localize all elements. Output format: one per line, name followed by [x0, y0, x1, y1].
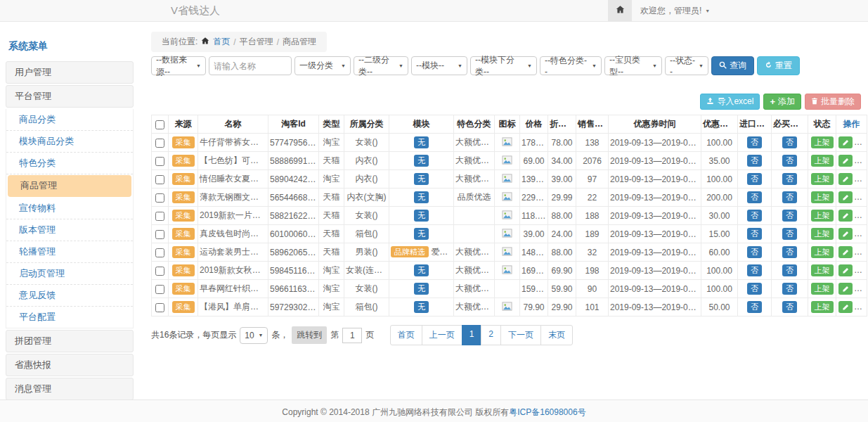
row-checkbox[interactable] — [155, 157, 164, 166]
chevron-down-icon: ▼ — [258, 333, 263, 338]
pager-next[interactable]: 下一页 — [500, 325, 541, 345]
status-cell: 上架 — [808, 207, 836, 225]
pager-first[interactable]: 首页 — [390, 325, 422, 345]
sidebar-subitem-3[interactable]: 模块商品分类 — [6, 131, 133, 153]
column-header-16: 操作 — [836, 115, 867, 134]
edit-button[interactable] — [838, 210, 853, 222]
pager-prev[interactable]: 上一页 — [422, 325, 462, 345]
row-checkbox[interactable] — [155, 303, 164, 312]
product-name: 【港风】单肩斜跨链条... — [198, 298, 268, 316]
module-select[interactable]: --模块--▼ — [411, 56, 467, 75]
row-checkbox[interactable] — [155, 139, 164, 148]
sidebar-item-0[interactable]: 用户管理 — [6, 61, 134, 84]
row-checkbox[interactable] — [155, 267, 164, 276]
category-level1-select[interactable]: 一级分类▼ — [294, 56, 351, 75]
per-page-select[interactable]: 10 ▼ — [240, 327, 268, 344]
edit-button[interactable] — [838, 283, 853, 295]
feature-category: 大额优惠券 — [454, 170, 495, 188]
status-badge: 上架 — [811, 301, 834, 312]
sidebar-subitem-5[interactable]: 商品管理 — [8, 175, 131, 197]
edit-button[interactable] — [838, 246, 853, 258]
row-checkbox-cell — [152, 152, 169, 170]
sidebar-subitem-7[interactable]: 版本管理 — [6, 219, 133, 241]
row-checkbox[interactable] — [155, 285, 164, 294]
coupon-time: 2019-09-13—2019-09-15 — [609, 243, 701, 262]
category-level2-select[interactable]: --二级分类--▼ — [354, 56, 408, 75]
import-excel-button[interactable]: 导入excel — [700, 94, 760, 110]
edit-button[interactable] — [838, 155, 853, 167]
product-type: 天猫 — [319, 188, 344, 207]
row-checkbox[interactable] — [155, 193, 164, 203]
source-cell: 采集 — [169, 225, 198, 243]
module-badge: 无 — [414, 264, 429, 276]
sidebar-subitem-2[interactable]: 商品分类 — [6, 109, 133, 131]
edit-button[interactable] — [838, 173, 853, 185]
sidebar-item-14[interactable]: 消息管理 — [6, 378, 134, 400]
icp-link[interactable]: 粤ICP备16098006号 — [509, 407, 585, 417]
column-header-14: 必买清单 — [772, 115, 808, 134]
pager-page-2[interactable]: 2 — [481, 325, 501, 345]
product-category: 男装() — [344, 243, 389, 262]
module-badge: 无 — [414, 210, 429, 221]
jump-button[interactable]: 跳转到 — [292, 326, 327, 344]
sidebar-item-12[interactable]: 拼团管理 — [6, 330, 134, 352]
must-buy-cell: 否 — [772, 188, 808, 207]
row-checkbox[interactable] — [155, 230, 164, 239]
item-type-select[interactable]: --宝贝类型--▼ — [604, 56, 662, 75]
search-button[interactable]: 查询 — [711, 56, 754, 75]
name-input[interactable] — [209, 56, 292, 75]
import-pick-cell: 否 — [738, 170, 772, 188]
product-image-cell — [495, 152, 520, 170]
batch-delete-button[interactable]: 批量删除 — [805, 94, 861, 110]
row-checkbox[interactable] — [155, 212, 164, 221]
add-button[interactable]: + 添加 — [763, 94, 801, 110]
select-all-checkbox[interactable] — [155, 120, 164, 129]
column-header-1: 名称 — [198, 115, 268, 134]
module-subcategory-select[interactable]: --模块下分类--▼ — [470, 56, 537, 75]
sidebar-subitem-6[interactable]: 宣传物料 — [6, 198, 133, 219]
edit-button[interactable] — [838, 301, 853, 313]
sidebar-subitem-11[interactable]: 平台配置 — [6, 307, 133, 328]
sidebar-subitem-8[interactable]: 轮播管理 — [6, 241, 133, 263]
edit-button[interactable] — [838, 136, 853, 148]
feature-category-select-value: --特色分类-- — [545, 55, 589, 77]
home-button[interactable] — [608, 0, 632, 21]
module-subcategory-select-value: --模块下分类-- — [475, 54, 524, 78]
edit-button[interactable] — [838, 228, 853, 240]
import-pick-badge: 否 — [747, 210, 762, 221]
discount-price: 88.00 — [548, 243, 576, 262]
must-buy-badge: 否 — [782, 191, 797, 203]
user-menu[interactable]: 欢迎您，管理员! ▼ — [632, 5, 718, 17]
sidebar-subitem-4[interactable]: 特色分类 — [6, 153, 133, 174]
module-badge: 无 — [414, 283, 429, 294]
pager-last[interactable]: 末页 — [540, 325, 573, 345]
feature-category-select[interactable]: --特色分类--▼ — [540, 56, 602, 75]
coupon-amount: 50.00 — [701, 298, 738, 316]
product-category: 箱包() — [344, 298, 389, 316]
edit-button[interactable] — [838, 264, 853, 276]
breadcrumb-home-link[interactable]: 首页 — [213, 36, 230, 48]
product-category: 内衣() — [344, 152, 389, 170]
product-type: 淘宝 — [319, 134, 344, 152]
sidebar-item-13[interactable]: 省惠快报 — [6, 354, 134, 376]
source-cell: 采集 — [169, 170, 198, 188]
header-checkbox-cell — [152, 115, 169, 134]
sidebar-item-1[interactable]: 平台管理 — [6, 85, 134, 108]
sidebar-subitem-10[interactable]: 意见反馈 — [6, 285, 133, 307]
sales-count: 2076 — [576, 152, 609, 170]
row-actions — [836, 225, 867, 243]
data-source-select[interactable]: --数据来源--▼ — [151, 56, 206, 75]
pager-page-1[interactable]: 1 — [462, 325, 482, 345]
taoke-id: 588216228899 — [268, 207, 319, 225]
must-buy-badge: 否 — [782, 210, 797, 221]
discount-price: 34.00 — [548, 152, 576, 170]
row-checkbox[interactable] — [155, 248, 164, 257]
edit-button[interactable] — [838, 191, 853, 203]
reset-button[interactable]: 重置 — [757, 56, 800, 75]
row-checkbox[interactable] — [155, 175, 164, 184]
status-select[interactable]: --状态--▼ — [665, 56, 708, 75]
import-pick-cell: 否 — [738, 207, 772, 225]
category-level1-select-value: 一级分类 — [299, 60, 333, 72]
page-number-input[interactable] — [342, 328, 362, 343]
sidebar-subitem-9[interactable]: 启动页管理 — [6, 263, 133, 285]
